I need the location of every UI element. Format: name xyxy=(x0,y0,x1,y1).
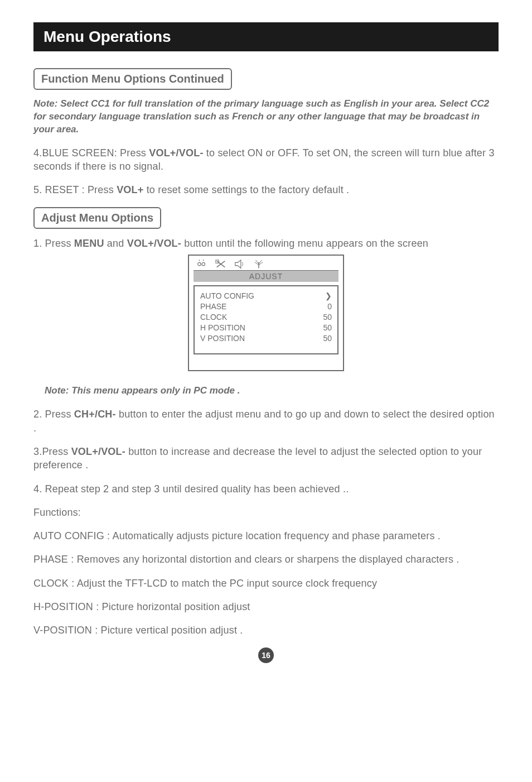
brightness-icon xyxy=(196,259,208,269)
text: 5. RESET : Press xyxy=(33,184,117,195)
text: 4.BLUE SCREEN: Press xyxy=(33,147,149,159)
text: button until the following menu appears … xyxy=(181,238,428,249)
paragraph-step2: 2. Press CH+/CH- button to enter the adj… xyxy=(33,407,499,435)
osd-row-label: PHASE xyxy=(200,301,226,312)
banner-title: Menu Operations xyxy=(33,22,499,51)
speaker-icon xyxy=(234,259,246,269)
svg-point-1 xyxy=(202,262,205,265)
text: 3.Press xyxy=(33,446,71,457)
function-h-position: H-POSITION : Picture horizontal position… xyxy=(33,600,499,613)
osd-row-auto-config: AUTO CONFIG ❯ xyxy=(200,291,332,301)
paragraph-step1: 1. Press MENU and VOL+/VOL- button until… xyxy=(33,237,499,250)
section-heading-adjust-menu: Adjust Menu Options xyxy=(33,207,161,229)
bold-vol: VOL+/VOL- xyxy=(71,446,125,457)
text: and xyxy=(104,238,127,249)
bold-vol-plus: VOL+ xyxy=(117,184,143,195)
osd-row-label: V POSITION xyxy=(200,333,245,344)
function-auto-config: AUTO CONFIG : Automatically adjusts pict… xyxy=(33,529,499,543)
arrow-right-icon: ❯ xyxy=(325,291,332,301)
svg-line-10 xyxy=(259,260,262,264)
text: 1. Press xyxy=(33,238,74,249)
paragraph-reset: 5. RESET : Press VOL+ to reset some sett… xyxy=(33,183,499,196)
bold-ch: CH+/CH- xyxy=(74,409,116,420)
osd-row-label: CLOCK xyxy=(200,312,227,323)
svg-marker-7 xyxy=(235,260,241,268)
svg-line-9 xyxy=(255,260,258,264)
function-v-position: V-POSITION : Picture vertical position a… xyxy=(33,623,499,637)
osd-row-phase: PHASE 0 xyxy=(200,301,332,312)
bold-vol: VOL+/VOL- xyxy=(127,238,181,249)
osd-icon-row xyxy=(194,259,338,269)
bold-vol: VOL+/VOL- xyxy=(149,147,203,159)
osd-row-label: AUTO CONFIG xyxy=(200,291,254,301)
osd-menu-diagram: ADJUST AUTO CONFIG ❯ PHASE 0 CLOCK 50 H … xyxy=(188,255,344,371)
function-phase: PHASE : Removes any horizontal distortio… xyxy=(33,553,499,566)
osd-row-value: 50 xyxy=(323,323,332,333)
paragraph-step3: 3.Press VOL+/VOL- button to increase and… xyxy=(33,445,499,472)
note-cc-languages: Note: Select CC1 for full translation of… xyxy=(33,98,499,136)
osd-row-label: H POSITION xyxy=(200,323,245,333)
text: 2. Press xyxy=(33,409,74,420)
text: to reset some settings to the factory de… xyxy=(143,184,349,195)
settings-icon xyxy=(215,259,227,269)
osd-title-bar: ADJUST xyxy=(194,270,338,282)
osd-row-value: 0 xyxy=(327,301,332,312)
section-heading-function-menu: Function Menu Options Continued xyxy=(33,68,232,90)
page-number-badge: 16 xyxy=(258,647,274,663)
antenna-icon xyxy=(253,259,265,269)
paragraph-step4: 4. Repeat step 2 and step 3 until desire… xyxy=(33,482,499,496)
note-pc-mode: Note: This menu appears only in PC mode … xyxy=(45,385,499,397)
osd-row-clock: CLOCK 50 xyxy=(200,312,332,323)
function-clock: CLOCK : Adjust the TFT-LCD to match the … xyxy=(33,577,499,590)
page: Menu Operations Function Menu Options Co… xyxy=(0,0,532,685)
functions-heading: Functions: xyxy=(33,506,499,519)
osd-row-value: 50 xyxy=(323,312,332,323)
osd-row-value: 50 xyxy=(323,333,332,344)
svg-point-0 xyxy=(198,262,201,265)
osd-row-v-position: V POSITION 50 xyxy=(200,333,332,344)
bold-menu: MENU xyxy=(74,238,104,249)
paragraph-blue-screen: 4.BLUE SCREEN: Press VOL+/VOL- to select… xyxy=(33,146,499,174)
osd-row-h-position: H POSITION 50 xyxy=(200,323,332,333)
osd-inner-box: AUTO CONFIG ❯ PHASE 0 CLOCK 50 H POSITIO… xyxy=(194,285,338,354)
